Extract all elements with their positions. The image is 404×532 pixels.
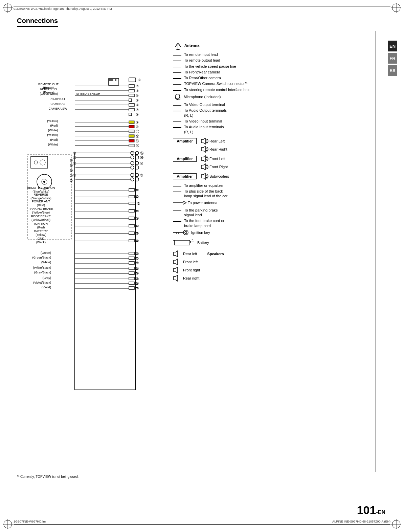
svg-text:(Yellow): (Yellow) (47, 119, 58, 123)
svg-marker-197 (183, 201, 186, 204)
svg-rect-150 (129, 252, 134, 255)
svg-text:(White): (White) (48, 129, 58, 132)
svg-text:①: ① (138, 78, 141, 82)
svg-rect-75 (129, 139, 134, 142)
conn-text: To Audio Output terminals(R, L) (184, 108, 372, 118)
conn-rear-other-cam: To Rear/Other camera (173, 75, 372, 80)
power-ant-icon (173, 200, 186, 206)
antenna-icon (173, 41, 183, 50)
amp-section-sub: Amplifier Subwoofers (173, 173, 372, 180)
ignition-icon (173, 229, 190, 236)
speaker-icon (199, 138, 209, 145)
svg-marker-211 (174, 267, 178, 273)
conn-video-in: To Video Input terminal (173, 119, 372, 124)
conn-text: To Video Output terminal (184, 102, 372, 107)
amplifier-block-3: Amplifier (173, 173, 197, 179)
svg-text:⑥: ⑥ (136, 103, 139, 107)
speakers-title: Speakers (207, 252, 224, 256)
svg-rect-135 (129, 224, 134, 227)
section-title: Connections (17, 17, 58, 27)
svg-text:⑬: ⑬ (73, 152, 76, 155)
svg-text:㉝: ㉝ (136, 267, 139, 270)
svg-text:㉑: ㉑ (70, 179, 73, 182)
rear-right-label: Rear Right (209, 147, 227, 151)
svg-text:㊱: ㊱ (136, 282, 139, 285)
svg-text:BATTERY: BATTERY (34, 229, 48, 233)
svg-text:(Yellow): (Yellow) (47, 133, 58, 137)
svg-rect-158 (129, 262, 134, 264)
svg-text:⑫: ⑫ (136, 134, 139, 138)
conn-text: To the vehicle speed pause line (184, 64, 372, 69)
amplifier-block-2: Amplifier (173, 156, 197, 162)
svg-line-184 (175, 43, 178, 47)
svg-text:CAMERA2: CAMERA2 (50, 102, 65, 106)
svg-marker-195 (201, 173, 205, 179)
svg-rect-203 (175, 240, 190, 245)
speaker-small-icon-4 (173, 275, 182, 282)
antenna-row: Antenna (173, 41, 372, 50)
subwoofer-icon (199, 173, 209, 180)
corner-mark-br (391, 519, 401, 529)
corner-mark-tl (3, 3, 13, 13)
power-ant-label: To power antenna (188, 201, 217, 205)
conn-text: To remote output lead (184, 58, 372, 63)
svg-text:REMOTE IN: REMOTE IN (40, 87, 57, 91)
svg-text:③: ③ (136, 89, 139, 93)
svg-text:(Yellow/Blue): (Yellow/Blue) (32, 211, 50, 214)
svg-text:REMOTE TURN-ON: REMOTE TURN-ON (27, 186, 55, 190)
front-right-label: Front Right (209, 165, 228, 169)
svg-text:⑩: ⑩ (136, 125, 139, 129)
conn-dash (173, 192, 181, 192)
front-right-spk-label: Front right (183, 268, 200, 272)
conn-audio-in: To Audio Input terminals(R, L) (173, 125, 372, 134)
svg-rect-22 (129, 94, 134, 97)
front-left-label: Front Left (209, 157, 225, 161)
svg-text:㉛: ㉛ (136, 257, 139, 260)
conn-text: To steering remote control interface box (184, 87, 372, 92)
svg-text:(Blue): (Blue) (37, 203, 45, 207)
mic-label: Microphone (Included) (184, 95, 221, 99)
conn-dash (173, 127, 181, 128)
svg-point-89 (131, 161, 134, 165)
conn-text: To plus side of the backlamp signal lead… (184, 189, 372, 199)
amp-section-front: Amplifier Front Left (173, 155, 372, 170)
subwoofers-label: Subwoofers (209, 174, 229, 178)
conn-dash (173, 186, 181, 186)
conn-front-rear-cam: To Front/Rear camera (173, 70, 372, 74)
main-content: Connections ① (17, 17, 384, 479)
svg-point-50 (40, 160, 45, 165)
svg-rect-125 (129, 209, 134, 212)
footer-left: 1GB07INE-W927HD.fm (14, 520, 46, 523)
svg-text:(Violet): (Violet) (42, 286, 51, 289)
ignition-label: Ignition key (191, 230, 210, 235)
conn-dash (173, 61, 181, 61)
svg-text:REVERSE: REVERSE (33, 193, 48, 196)
svg-text:⑮: ⑮ (140, 151, 143, 155)
corner-mark-tr (391, 3, 401, 13)
svg-rect-120 (129, 202, 136, 205)
svg-text:⑱: ⑱ (70, 164, 73, 167)
svg-point-94 (131, 173, 134, 177)
amp-row-rear-left: Amplifier Rear Left (173, 138, 372, 145)
conn-back-lamp: To plus side of the backlamp signal lead… (173, 189, 372, 199)
svg-text:REMOTE OUT: REMOTE OUT (38, 83, 59, 86)
conn-ignition-row: Ignition key (173, 229, 372, 236)
svg-text:⑲: ⑲ (70, 169, 73, 172)
conn-dash (173, 90, 181, 91)
amp-row-front-right: Front Right (173, 163, 372, 170)
svg-text:(Gray): (Gray) (43, 276, 51, 280)
conn-dash (173, 84, 181, 85)
svg-text:㉖: ㉖ (136, 217, 139, 220)
diagram-svg: ① ② ③ ④ ⑤ ⑥ ⑦ (21, 35, 163, 468)
svg-text:⑨: ⑨ (136, 120, 139, 124)
svg-point-92 (131, 166, 134, 169)
speaker-small-icon-2 (173, 259, 182, 265)
speaker-icon-4 (199, 163, 209, 170)
svg-point-49 (34, 161, 38, 164)
svg-text:⑪: ⑪ (136, 130, 139, 133)
antenna-label: Antenna (184, 43, 199, 47)
svg-rect-63 (129, 125, 134, 128)
svg-point-53 (43, 181, 45, 183)
svg-rect-130 (129, 217, 134, 220)
svg-text:CAMERA SW: CAMERA SW (48, 107, 67, 110)
